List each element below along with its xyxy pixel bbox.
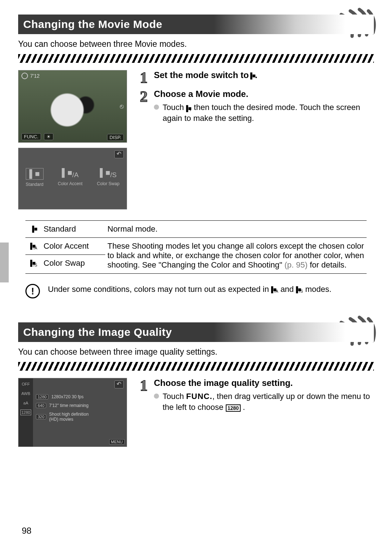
color-swap-icon: /S xyxy=(296,286,303,294)
func-label: FUNC. xyxy=(186,392,212,401)
table-row: /A Color Accent /S Color Swap These Shoo… xyxy=(25,238,367,273)
mode-name: Color Accent xyxy=(42,238,105,254)
mode-desc-combined: These Shooting modes let you change all … xyxy=(105,238,367,273)
menu-button: MENU xyxy=(109,439,124,444)
hud-top-left: 7'12 xyxy=(21,73,40,79)
screenshot-camera-live: 7'12 FUNC. ☀ ⎋ DISP. xyxy=(18,70,127,143)
caution-text: Under some conditions, colors may not tu… xyxy=(48,284,331,295)
mode-desc: Normal mode. xyxy=(105,221,367,237)
mode-color-accent: ▌■/AColor Accent xyxy=(58,168,82,187)
exposure-icon: ☀ xyxy=(44,133,53,140)
section1-title: Changing the Movie Mode xyxy=(23,18,162,30)
step-1: 1 Choose the image quality setting. Touc… xyxy=(137,378,374,412)
hud-time: 7'12 xyxy=(30,73,40,79)
step1-title-post: . xyxy=(255,70,257,80)
step1-title-pre: Set the mode switch to xyxy=(154,70,249,80)
func-menu-left: OFF AWB aA 1280 xyxy=(19,378,33,447)
section1-header: Changing the Movie Mode xyxy=(18,15,374,34)
section2-header: Changing the Image Quality xyxy=(18,322,374,342)
mode-color-swap: ▌■/SColor Swap xyxy=(97,168,119,187)
mode-name: Color Swap xyxy=(42,255,105,272)
screenshot-mode-select: ▌■Standard ▌■/AColor Accent ▌■/SColor Sw… xyxy=(18,148,127,209)
page: Changing the Movie Mode You can choose b… xyxy=(0,0,392,447)
color-accent-icon: /A xyxy=(25,238,42,254)
quality-info: 12801280x720 30 fps 6407'12" time remain… xyxy=(36,394,89,425)
step-number-2: 2 xyxy=(137,89,150,123)
section2-steps: OFF AWB aA 1280 12801280x720 30 fps 6407… xyxy=(18,378,374,447)
step-number-1: 1 xyxy=(137,378,150,412)
func-button: FUNC. xyxy=(21,133,41,140)
back-icon xyxy=(114,380,124,388)
section1-intro: You can choose between three Movie modes… xyxy=(18,39,374,49)
bullet-icon xyxy=(154,394,159,399)
step2-text: Touch , then touch the desired mode. Tou… xyxy=(163,102,374,123)
table-row: Standard Normal mode. xyxy=(25,221,367,238)
divider-hatch xyxy=(18,362,374,371)
mode-name: Standard xyxy=(42,221,105,237)
step2-title: Choose a Movie mode. xyxy=(154,89,374,99)
side-tab xyxy=(0,243,9,282)
section2-intro: You can choose between three image quali… xyxy=(18,347,374,357)
bullet-icon xyxy=(154,105,159,110)
record-indicator-icon xyxy=(21,73,28,79)
mode-table: Standard Normal mode. /A Color Accent /S… xyxy=(25,220,367,274)
caution-icon: ! xyxy=(25,284,40,298)
step-number-1: 1 xyxy=(137,70,150,85)
page-xref: (p. 95) xyxy=(285,260,308,269)
back-icon xyxy=(114,150,124,158)
movie-mode-icon xyxy=(186,103,189,113)
step-2: 2 Choose a Movie mode. Touch , then touc… xyxy=(137,89,374,123)
section1-steps: 7'12 FUNC. ☀ ⎋ DISP. ▌■Standard ▌■/AColo… xyxy=(18,70,374,209)
sec2-step1-text: Touch FUNC., then drag vertically up or … xyxy=(163,391,374,412)
movie-mode-icon xyxy=(25,221,42,237)
hud-bottom-left: FUNC. ☀ xyxy=(21,133,53,140)
movie-mode-icon xyxy=(250,71,253,80)
mode-standard: ▌■Standard xyxy=(26,168,44,187)
disp-button: DISP. xyxy=(107,135,124,140)
steps-text: 1 Set the mode switch to . 2 Choose a Mo… xyxy=(137,70,374,209)
color-accent-icon: /A xyxy=(271,286,278,294)
caution-note: ! Under some conditions, colors may not … xyxy=(25,284,367,298)
section2-title: Changing the Image Quality xyxy=(23,326,172,338)
resolution-1280-icon: 1280 xyxy=(226,404,241,412)
divider-hatch xyxy=(18,54,374,63)
off-icon: ⎋ xyxy=(120,103,124,110)
step-1: 1 Set the mode switch to . xyxy=(137,70,374,85)
color-swap-icon: /S xyxy=(25,255,42,272)
sec2-step1-title: Choose the image quality setting. xyxy=(154,378,374,388)
screenshots-col: 7'12 FUNC. ☀ ⎋ DISP. ▌■Standard ▌■/AColo… xyxy=(18,70,127,209)
page-number: 98 xyxy=(22,526,32,536)
screenshot-image-quality: OFF AWB aA 1280 12801280x720 30 fps 6407… xyxy=(18,378,127,447)
